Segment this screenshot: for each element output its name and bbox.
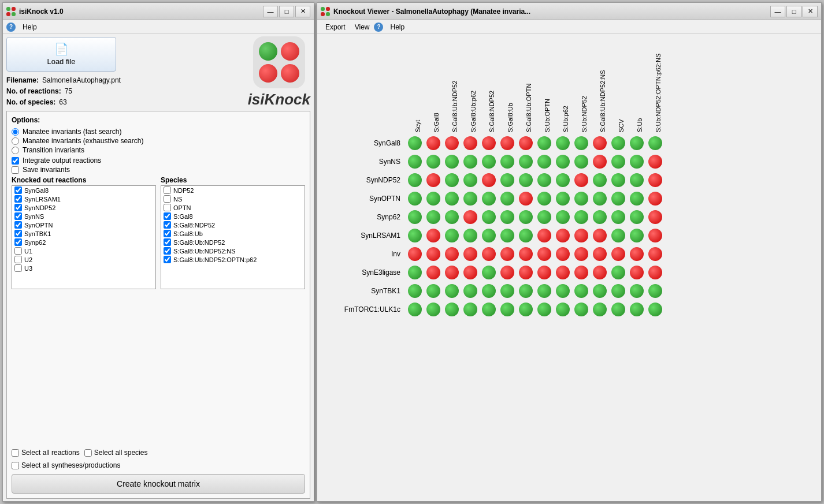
knocked-reaction-checkbox[interactable] <box>14 212 22 220</box>
species-checkbox[interactable] <box>164 230 171 237</box>
species-checkbox[interactable] <box>164 204 171 211</box>
matrix-cell <box>480 153 498 170</box>
species-checkbox[interactable] <box>164 247 171 255</box>
matrix-table: ScytS:Gal8S:Gal8:Ub:NDP52S:Gal8:Ub:p62S:… <box>323 40 665 319</box>
knocked-reaction-checkbox[interactable] <box>14 230 22 237</box>
species-checkbox[interactable] <box>164 186 171 194</box>
radio-manatee-exhaustive[interactable]: Manatee invariants (exhaustive search) <box>12 137 305 145</box>
species-checkbox[interactable] <box>164 195 171 203</box>
species-checkbox[interactable] <box>164 221 171 229</box>
red-dot <box>537 229 551 242</box>
knocked-reaction-checkbox[interactable] <box>14 186 22 194</box>
checkbox-save-input[interactable] <box>12 166 19 174</box>
species-count: 63 <box>59 97 66 108</box>
radio-manatee-exhaustive-input[interactable] <box>12 137 19 145</box>
knocked-reaction-checkbox[interactable] <box>14 221 22 229</box>
isiknock-window-controls: — □ ✕ <box>263 6 310 17</box>
viewer-maximize-button[interactable]: □ <box>786 6 801 17</box>
species-item[interactable]: S:Gal8:Ub:NDP52 <box>161 238 305 247</box>
close-button[interactable]: ✕ <box>295 6 310 17</box>
matrix-cell <box>406 301 424 318</box>
viewer-close-button[interactable]: ✕ <box>803 6 818 17</box>
species-item[interactable]: NS <box>161 195 305 203</box>
red-dot <box>556 229 570 242</box>
maximize-button[interactable]: □ <box>279 6 294 17</box>
knocked-reaction-item[interactable]: SynNS <box>12 212 155 221</box>
create-knockout-button[interactable]: Create knockout matrix <box>12 474 305 494</box>
knocked-reactions-list[interactable]: SynGal8SynLRSAM1SynNDP52SynNSSynOPTNSynT… <box>12 185 156 289</box>
checkbox-integrate-input[interactable] <box>12 157 19 165</box>
select-all-syntheses-label[interactable]: Select all syntheses/productions <box>12 461 120 469</box>
checkbox-integrate-label: Integrate output reactions <box>23 156 101 165</box>
knocked-reaction-item[interactable]: SynGal8 <box>12 186 155 195</box>
knocked-reaction-item[interactable]: U1 <box>12 247 155 255</box>
knocked-reaction-item[interactable]: SynTBK1 <box>12 229 155 238</box>
matrix-container[interactable]: ScytS:Gal8S:Gal8:Ub:NDP52S:Gal8:Ub:p62S:… <box>317 34 821 501</box>
select-all-syntheses-checkbox[interactable] <box>12 462 19 469</box>
knocked-reaction-item[interactable]: SynNDP52 <box>12 203 155 212</box>
select-all-species-label[interactable]: Select all species <box>84 449 148 457</box>
knocked-reaction-checkbox[interactable] <box>14 247 22 255</box>
load-file-button[interactable]: 📄 Load file <box>6 37 116 72</box>
radio-transition-input[interactable] <box>12 147 19 154</box>
green-dot <box>463 173 477 187</box>
checkbox-save[interactable]: Save invariants <box>12 166 305 174</box>
matrix-cell <box>462 245 479 263</box>
minimize-button[interactable]: — <box>263 6 278 17</box>
species-item[interactable]: S:Gal8:Ub <box>161 229 305 238</box>
logo-circle-tl <box>259 42 277 61</box>
knocked-reaction-item[interactable]: Synp62 <box>12 238 155 247</box>
species-item[interactable]: S:Gal8 <box>161 212 305 221</box>
viewer-minimize-button[interactable]: — <box>770 6 785 17</box>
matrix-cell <box>499 208 516 226</box>
knocked-reaction-checkbox[interactable] <box>14 238 22 246</box>
species-item[interactable]: NDP52 <box>161 186 305 195</box>
knocked-reaction-item[interactable]: SynOPTN <box>12 221 155 229</box>
species-checkbox[interactable] <box>164 212 171 220</box>
species-item[interactable]: S:Gal8:Ub:NDP52:OPTN:p62 <box>161 255 305 264</box>
green-dot <box>500 155 514 169</box>
matrix-cell <box>499 190 516 207</box>
knocked-reaction-checkbox[interactable] <box>14 256 22 263</box>
green-dot <box>500 173 514 187</box>
species-checkbox[interactable] <box>164 256 171 263</box>
radio-manatee-fast-input[interactable] <box>12 128 19 136</box>
help-menu-item[interactable]: Help <box>18 22 42 32</box>
radio-manatee-fast[interactable]: Manatee invariants (fast search) <box>12 128 305 136</box>
matrix-cell <box>536 245 553 263</box>
red-dot <box>426 229 440 242</box>
matrix-cell <box>499 282 516 300</box>
matrix-cell <box>573 282 590 300</box>
species-label: S:Gal8:NDP52 <box>173 222 215 229</box>
knocked-reaction-item[interactable]: SynLRSAM1 <box>12 195 155 203</box>
red-dot <box>593 155 607 169</box>
radio-transition[interactable]: Transition invariants <box>12 146 305 154</box>
knocked-reaction-item[interactable]: U3 <box>12 264 155 272</box>
matrix-cell <box>610 264 627 281</box>
knocked-reaction-checkbox[interactable] <box>14 204 22 211</box>
row-header: Inv <box>324 245 405 263</box>
matrix-cell <box>554 282 571 300</box>
species-item[interactable]: S:Gal8:Ub:NDP52:NS <box>161 247 305 255</box>
isiknock-title: isiKnock v1.0 <box>19 8 263 16</box>
viewer-help-menu-item[interactable]: Help <box>385 22 409 32</box>
knocked-reaction-label: SynOPTN <box>24 222 53 229</box>
select-all-species-checkbox[interactable] <box>84 449 92 457</box>
species-checkbox[interactable] <box>164 238 171 246</box>
col-header: Scyt <box>406 41 424 133</box>
select-all-reactions-checkbox[interactable] <box>12 449 19 457</box>
knocked-reaction-item[interactable]: U2 <box>12 255 155 264</box>
view-menu-item[interactable]: View <box>350 22 374 32</box>
species-list[interactable]: NDP52NSOPTNS:Gal8S:Gal8:NDP52S:Gal8:UbS:… <box>161 185 305 289</box>
checkbox-integrate[interactable]: Integrate output reactions <box>12 156 305 165</box>
matrix-cell <box>628 153 645 170</box>
red-dot <box>574 229 588 242</box>
species-item[interactable]: S:Gal8:NDP52 <box>161 221 305 229</box>
knocked-reaction-checkbox[interactable] <box>14 195 22 203</box>
knocked-reaction-checkbox[interactable] <box>14 264 22 272</box>
species-item[interactable]: OPTN <box>161 203 305 212</box>
matrix-cell <box>425 264 442 281</box>
green-dot <box>463 303 477 316</box>
export-menu-item[interactable]: Export <box>321 22 350 32</box>
select-all-reactions-label[interactable]: Select all reactions <box>12 449 80 457</box>
